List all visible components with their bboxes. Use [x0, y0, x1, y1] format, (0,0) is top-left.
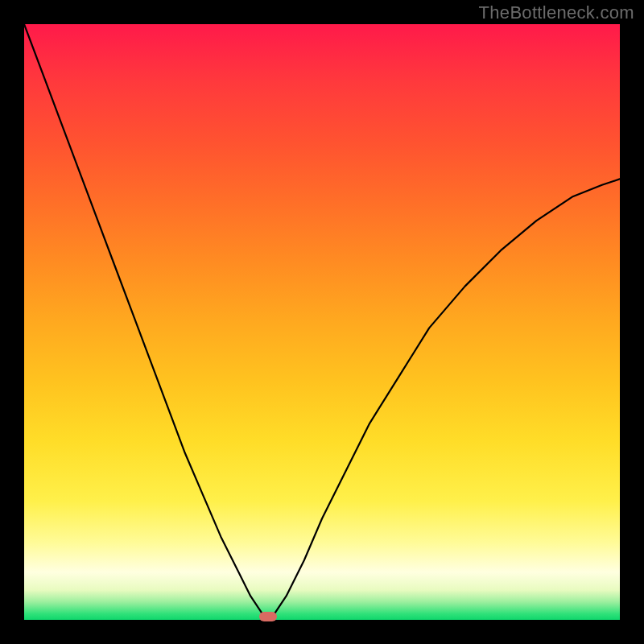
minimum-marker — [259, 612, 277, 621]
curve-svg — [24, 24, 620, 620]
watermark-text: TheBottleneck.com — [479, 2, 634, 23]
bottleneck-curve — [24, 24, 620, 620]
chart-frame: TheBottleneck.com — [0, 0, 644, 644]
plot-area — [24, 24, 620, 620]
